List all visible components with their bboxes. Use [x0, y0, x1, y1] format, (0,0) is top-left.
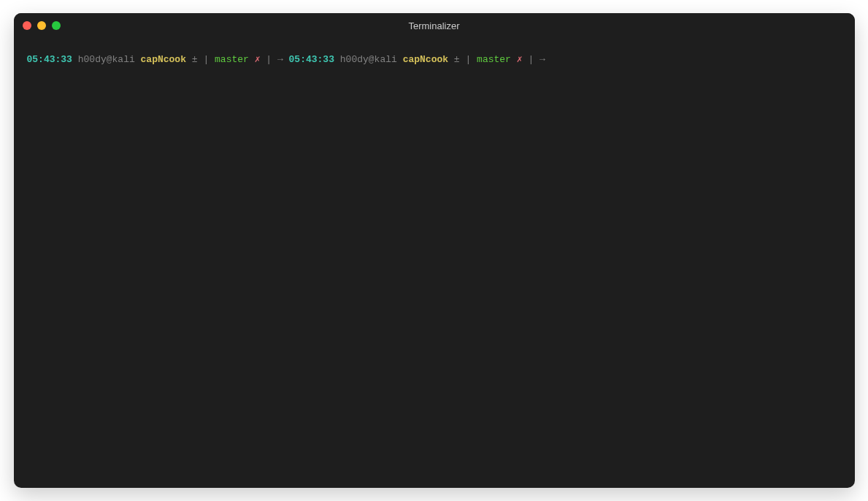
prompt-arrow-icon: → [539, 54, 545, 65]
minimize-button[interactable] [37, 21, 46, 30]
prompt-time: 05:43:33 [289, 54, 334, 65]
terminal-window: Terminalizer 05:43:33 h00dy@kali capNcoo… [14, 13, 855, 488]
git-branch: master [477, 54, 511, 65]
prompt-directory: capNcook [403, 54, 448, 65]
git-dirty-icon: ✗ [255, 54, 261, 65]
prompt-time: 05:43:33 [27, 54, 72, 65]
separator: | [465, 54, 471, 65]
git-branch: master [215, 54, 249, 65]
prompt-directory: capNcook [141, 54, 186, 65]
prompt-user-host: h00dy@kali [340, 54, 397, 65]
prompt-user-host: h00dy@kali [78, 54, 135, 65]
prompt-arrow-icon: → [277, 54, 283, 65]
window-title: Terminalizer [14, 20, 855, 31]
traffic-lights [23, 21, 61, 30]
separator: | [528, 54, 534, 65]
git-dirty-icon: ✗ [517, 54, 523, 65]
titlebar: Terminalizer [14, 13, 855, 38]
prompt-line: 05:43:33 h00dy@kali capNcook ± | master … [27, 53, 842, 67]
separator: | [203, 54, 209, 65]
git-marker: ± [454, 54, 460, 65]
maximize-button[interactable] [52, 21, 61, 30]
separator: | [266, 54, 272, 65]
close-button[interactable] [23, 21, 31, 30]
git-marker: ± [192, 54, 198, 65]
terminal-body[interactable]: 05:43:33 h00dy@kali capNcook ± | master … [14, 38, 855, 488]
